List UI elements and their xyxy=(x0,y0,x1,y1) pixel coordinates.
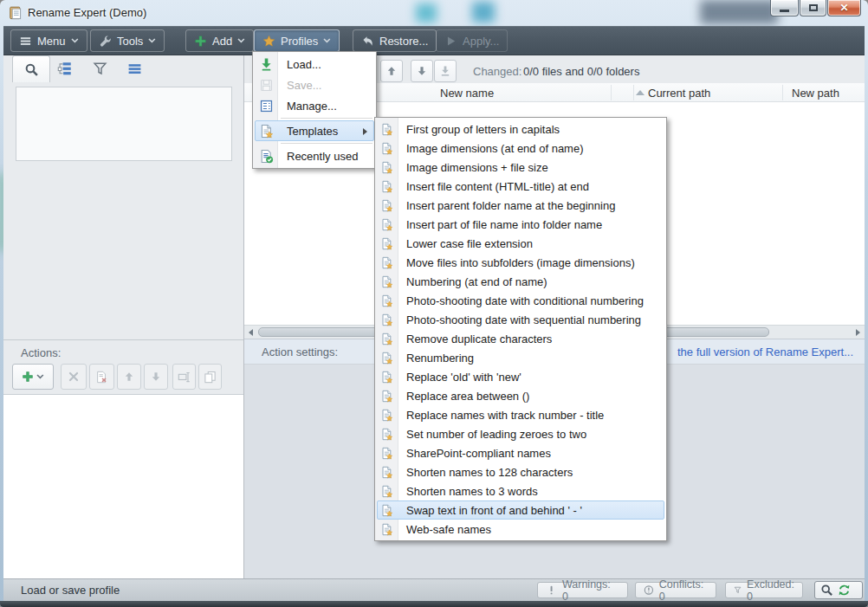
add-action-button[interactable] xyxy=(12,364,54,390)
template-icon xyxy=(380,466,393,479)
template-menu-item[interactable]: Replace 'old' with 'new' xyxy=(377,367,664,386)
template-menu-item-label: Replace names with track number - title xyxy=(378,409,604,422)
move-up-button[interactable] xyxy=(380,60,403,82)
menu-item[interactable]: Templates xyxy=(255,120,374,141)
action-settings-label: Action settings: xyxy=(262,345,338,358)
actions-list[interactable] xyxy=(3,394,243,578)
template-menu-item[interactable]: Replace area between () xyxy=(377,386,664,405)
template-menu-item[interactable]: Replace names with track number - title xyxy=(377,405,664,424)
template-menu-item-label: Shorten names to 128 characters xyxy=(378,466,573,479)
template-menu-item-label: Replace area between () xyxy=(378,390,529,403)
hamburger-icon xyxy=(19,35,32,48)
refresh-icon[interactable] xyxy=(838,584,851,597)
move-down-button[interactable] xyxy=(411,60,433,82)
template-menu-item[interactable]: Shorten names to 3 words xyxy=(377,481,664,500)
template-icon xyxy=(380,409,393,422)
template-menu-item[interactable]: First group of letters in capitals xyxy=(377,119,664,139)
scroll-right-arrow[interactable] xyxy=(856,329,860,336)
template-menu-item[interactable]: Image dimensions + file size xyxy=(377,158,664,177)
chevron-down-icon xyxy=(237,38,245,43)
menu-item[interactable]: Manage... xyxy=(255,95,374,116)
template-menu-item[interactable]: Swap text in front of and behind ' - ' xyxy=(377,500,664,520)
menu-item[interactable]: Load... xyxy=(255,54,374,74)
menu-separator xyxy=(281,118,372,119)
move-to-bottom-button[interactable] xyxy=(434,60,457,82)
template-icon xyxy=(380,161,393,174)
undo-icon xyxy=(361,35,374,48)
profiles-button[interactable]: Profiles xyxy=(254,29,340,52)
profiles-button-label: Profiles xyxy=(281,35,318,48)
warnings-count: Warnings: 0 xyxy=(562,578,619,603)
template-menu-item[interactable]: Renumbering xyxy=(377,348,664,367)
template-menu-item-label: Image dimensions (at end of name) xyxy=(378,142,584,155)
delete-action-button[interactable] xyxy=(61,364,87,390)
duplicate-action-button[interactable] xyxy=(198,364,222,390)
close-button[interactable]: ✕ xyxy=(827,0,861,16)
move-action-up-button[interactable] xyxy=(117,364,141,390)
template-menu-item[interactable]: Insert part of file name into folder nam… xyxy=(377,215,664,234)
template-menu-item[interactable]: Photo-shooting date with conditional num… xyxy=(377,291,664,310)
save-icon xyxy=(259,78,274,93)
template-icon xyxy=(380,237,393,250)
list-view-icon[interactable] xyxy=(127,61,142,76)
warnings-button[interactable]: Warnings: 0 xyxy=(537,582,628,598)
search-icon[interactable] xyxy=(820,584,833,597)
apply-button[interactable]: Apply... xyxy=(436,29,508,52)
template-menu-item[interactable]: Shorten names to 128 characters xyxy=(377,462,664,481)
move-action-down-button[interactable] xyxy=(144,364,168,390)
template-menu-item[interactable]: Set number of leading zeroes to two xyxy=(377,424,664,443)
template-menu-item[interactable]: Image dimensions (at end of name) xyxy=(377,139,664,158)
rename-action-button[interactable] xyxy=(172,364,196,390)
arrow-up-icon xyxy=(123,371,135,383)
template-menu-item[interactable]: Insert parent folder name at the beginni… xyxy=(377,196,664,215)
changed-label: Changed: xyxy=(473,65,521,78)
template-menu-item[interactable]: Move files into subfolders (image dimens… xyxy=(377,253,664,272)
column-divider[interactable] xyxy=(633,85,634,100)
column-divider[interactable] xyxy=(611,85,612,100)
conflict-icon xyxy=(644,584,654,596)
template-menu-item[interactable]: SharePoint-compliant names xyxy=(377,443,664,462)
tools-button[interactable]: Tools xyxy=(90,29,165,52)
column-divider[interactable] xyxy=(782,85,783,100)
changed-value: 0/0 files and 0/0 folders xyxy=(523,65,639,78)
menu-button[interactable]: Menu xyxy=(10,29,87,52)
file-list-box[interactable] xyxy=(16,87,232,161)
arrow-down-icon xyxy=(150,371,162,383)
tree-view-icon[interactable] xyxy=(57,61,72,76)
add-button[interactable]: Add xyxy=(185,29,254,52)
column-header-current-path[interactable]: Current path xyxy=(648,87,710,100)
full-version-link[interactable]: the full version of Rename Expert... xyxy=(677,345,853,358)
doc-x-icon xyxy=(95,371,108,384)
remove-all-actions-button[interactable] xyxy=(89,364,114,390)
recent-icon xyxy=(259,149,274,164)
arrow-down-to-line-icon xyxy=(439,65,451,77)
restore-button[interactable]: Restore... xyxy=(353,29,437,52)
template-icon xyxy=(380,504,393,517)
excluded-button[interactable]: Excluded: 0 xyxy=(725,582,803,598)
template-menu-item-label: Numbering (at end of name) xyxy=(378,275,547,288)
template-menu-item-label: Web-safe names xyxy=(378,523,491,536)
tab-search[interactable] xyxy=(12,55,50,82)
template-menu-item[interactable]: Web-safe names xyxy=(377,520,664,539)
chevron-down-icon xyxy=(323,38,331,43)
column-header-new-path[interactable]: New path xyxy=(792,87,839,100)
template-menu-item[interactable]: Numbering (at end of name) xyxy=(377,272,664,291)
menu-item[interactable]: Save... xyxy=(255,74,374,95)
minimize-button[interactable] xyxy=(770,0,799,16)
conflicts-button[interactable]: Conflicts: 0 xyxy=(635,582,716,598)
scroll-left-arrow[interactable] xyxy=(249,329,253,336)
template-menu-item[interactable]: Photo-shooting date with sequential numb… xyxy=(377,310,664,329)
x-icon xyxy=(68,371,80,383)
filter-icon[interactable] xyxy=(93,61,107,76)
template-menu-item-label: Replace 'old' with 'new' xyxy=(378,371,521,384)
actions-header: Actions: xyxy=(3,339,243,363)
column-header-new-name[interactable]: New name xyxy=(440,87,494,100)
funnel-icon xyxy=(734,584,742,596)
profiles-menu: Load... Save... Manage... Templates Rece… xyxy=(252,51,377,169)
template-menu-item[interactable]: Insert file content (HTML-title) at end xyxy=(377,177,664,196)
template-menu-item[interactable]: Remove duplicate characters xyxy=(377,329,664,348)
template-menu-item[interactable]: Lower case file extension xyxy=(377,234,664,253)
maximize-button[interactable] xyxy=(800,0,826,16)
menu-item[interactable]: Recently used xyxy=(255,145,374,166)
manage-icon xyxy=(259,99,274,113)
